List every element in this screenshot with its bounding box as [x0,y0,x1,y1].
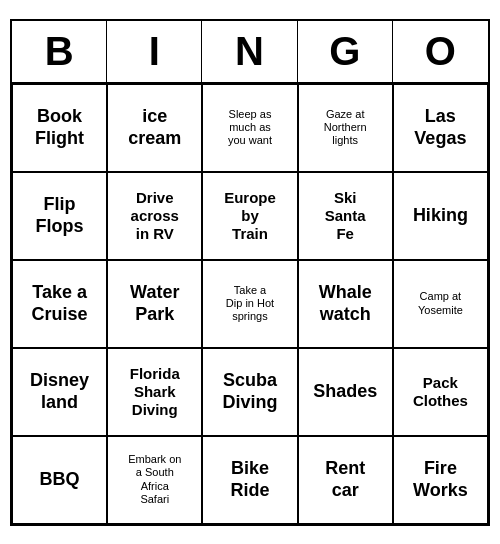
bingo-cell[interactable]: Sleep as much as you want [202,84,297,172]
bingo-card: BINGO Book Flightice creamSleep as much … [10,19,490,526]
bingo-cell[interactable]: Book Flight [12,84,107,172]
cell-text: Take a Dip in Hot springs [226,284,274,324]
header-letter: G [298,21,393,82]
bingo-cell[interactable]: Ski Santa Fe [298,172,393,260]
bingo-cell[interactable]: Take a Cruise [12,260,107,348]
bingo-cell[interactable]: Florida Shark Diving [107,348,202,436]
bingo-cell[interactable]: Embark on a South Africa Safari [107,436,202,524]
cell-text: Take a Cruise [32,282,88,325]
cell-text: Disney land [30,370,89,413]
bingo-cell[interactable]: Shades [298,348,393,436]
header-letter: N [202,21,297,82]
cell-text: Embark on a South Africa Safari [128,453,181,506]
cell-text: Scuba Diving [222,370,277,413]
cell-text: Pack Clothes [413,374,468,410]
cell-text: Flip Flops [36,194,84,237]
bingo-cell[interactable]: Rent car [298,436,393,524]
bingo-cell[interactable]: Hiking [393,172,488,260]
bingo-header: BINGO [12,21,488,84]
cell-text: Ski Santa Fe [325,189,366,243]
cell-text: ice cream [128,106,181,149]
cell-text: Sleep as much as you want [228,108,272,148]
bingo-cell[interactable]: Scuba Diving [202,348,297,436]
cell-text: Bike Ride [230,458,269,501]
cell-text: Book Flight [35,106,84,149]
bingo-cell[interactable]: Drive across in RV [107,172,202,260]
cell-text: Florida Shark Diving [130,365,180,419]
cell-text: Hiking [413,205,468,227]
cell-text: Rent car [325,458,365,501]
bingo-cell[interactable]: ice cream [107,84,202,172]
cell-text: Fire Works [413,458,468,501]
bingo-cell[interactable]: Pack Clothes [393,348,488,436]
bingo-cell[interactable]: Whale watch [298,260,393,348]
bingo-cell[interactable]: Europe by Train [202,172,297,260]
header-letter: B [12,21,107,82]
cell-text: BBQ [40,469,80,491]
cell-text: Las Vegas [414,106,466,149]
bingo-grid: Book Flightice creamSleep as much as you… [12,84,488,524]
cell-text: Shades [313,381,377,403]
bingo-cell[interactable]: Disney land [12,348,107,436]
bingo-cell[interactable]: BBQ [12,436,107,524]
bingo-cell[interactable]: Take a Dip in Hot springs [202,260,297,348]
bingo-cell[interactable]: Gaze at Northern lights [298,84,393,172]
cell-text: Gaze at Northern lights [324,108,367,148]
bingo-cell[interactable]: Flip Flops [12,172,107,260]
cell-text: Camp at Yosemite [418,290,463,316]
bingo-cell[interactable]: Camp at Yosemite [393,260,488,348]
bingo-cell[interactable]: Bike Ride [202,436,297,524]
cell-text: Europe by Train [224,189,276,243]
bingo-cell[interactable]: Las Vegas [393,84,488,172]
header-letter: O [393,21,488,82]
cell-text: Drive across in RV [131,189,179,243]
cell-text: Whale watch [319,282,372,325]
bingo-cell[interactable]: Water Park [107,260,202,348]
bingo-cell[interactable]: Fire Works [393,436,488,524]
cell-text: Water Park [130,282,179,325]
header-letter: I [107,21,202,82]
